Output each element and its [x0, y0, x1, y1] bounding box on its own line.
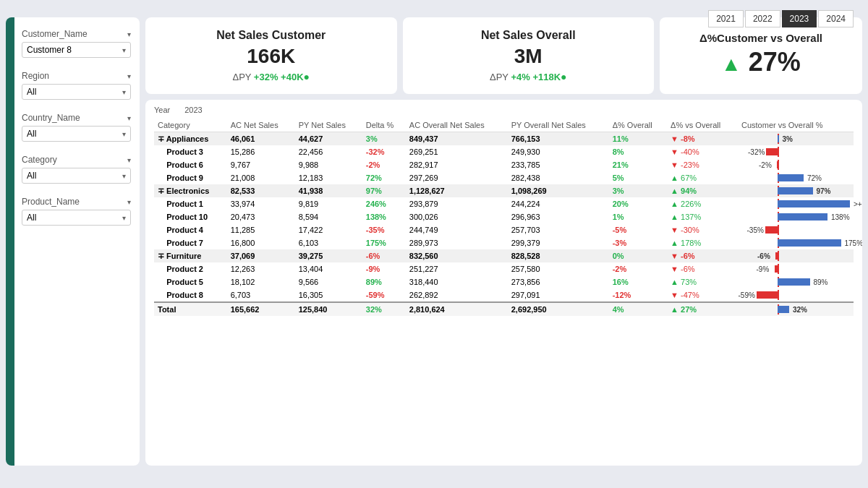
kpi-delta-customer-overall: Δ%Customer vs Overall ▲ 27% — [660, 17, 862, 94]
cell-ac: 16,800 — [227, 236, 295, 249]
triangle-up-icon: ▲ — [721, 53, 741, 75]
cell-name: Product 7 — [154, 236, 227, 249]
year-tab-2021[interactable]: 2021 — [708, 10, 744, 27]
cell-py-overall: 2,692,950 — [508, 302, 609, 316]
cell-py: 22,456 — [295, 145, 362, 158]
cell-name: Product 9 — [154, 171, 227, 184]
cell-py-overall: 766,153 — [508, 132, 609, 146]
cell-name: ∓ Electronics — [154, 184, 227, 197]
sidebar: Customer_Name ▾ Customer 8 ▾ Region ▾ Al… — [6, 17, 140, 466]
cell-py: 17,422 — [295, 223, 362, 236]
cell-ac: 33,974 — [227, 197, 295, 210]
cell-py: 39,275 — [295, 249, 362, 262]
kpi-overall-value: 3M — [417, 45, 640, 68]
cell-delta-overall: 4% — [609, 302, 667, 316]
filter-label-product: Product_Name — [22, 197, 80, 207]
cell-ac-overall: 282,917 — [406, 158, 508, 171]
cell-bar: -6% — [738, 249, 854, 262]
filter-label-category: Category — [22, 155, 57, 165]
table-header-row: Category AC Net Sales PY Net Sales Delta… — [154, 119, 854, 132]
cell-delta-vs: ▼ -47% — [667, 288, 738, 302]
cell-name: Product 2 — [154, 262, 227, 275]
table-row: Product 3 15,286 22,456 -32% 269,251 249… — [154, 145, 854, 158]
cell-name: Total — [154, 302, 227, 316]
table-row: Product 2 12,263 13,404 -9% 251,227 257,… — [154, 262, 854, 275]
filter-select-region[interactable]: All ▾ — [22, 84, 131, 100]
filter-value-category: All — [27, 171, 36, 181]
cell-delta: 72% — [362, 171, 406, 184]
chevron-icon: ▾ — [127, 72, 131, 80]
cell-name: Product 4 — [154, 223, 227, 236]
cell-py-overall: 296,963 — [508, 210, 609, 223]
cell-ac: 20,473 — [227, 210, 295, 223]
cell-delta: -35% — [362, 223, 406, 236]
table-meta: Year 2023 — [154, 106, 854, 114]
cell-ac-overall: 297,269 — [406, 171, 508, 184]
cell-delta-overall: 3% — [609, 184, 667, 197]
kpi-customer-title: Net Sales Customer — [160, 29, 383, 42]
cell-bar: 175% — [738, 236, 854, 249]
main-content: Customer_Name ▾ Customer 8 ▾ Region ▾ Al… — [0, 17, 868, 471]
cell-delta: 3% — [362, 132, 406, 146]
cell-py: 9,988 — [295, 158, 362, 171]
cell-delta-vs: ▲ 226% — [667, 197, 738, 210]
table-row: ∓ Furniture 37,069 39,275 -6% 832,560 82… — [154, 249, 854, 262]
table-row: ∓ Electronics 82,533 41,938 97% 1,128,62… — [154, 184, 854, 197]
cell-py: 16,305 — [295, 288, 362, 302]
cell-delta-vs: ▼ -8% — [667, 132, 738, 146]
cell-ac: 11,285 — [227, 223, 295, 236]
cell-delta: 246% — [362, 197, 406, 210]
col-header-ac-net-sales: AC Net Sales — [227, 119, 295, 132]
cell-ac-overall: 289,973 — [406, 236, 508, 249]
filter-customer-name: Customer_Name ▾ Customer 8 ▾ — [22, 29, 131, 58]
cell-ac-overall: 293,879 — [406, 197, 508, 210]
data-table-container: Year 2023 Category AC Net Sales PY Net S… — [145, 100, 862, 466]
cell-delta: 138% — [362, 210, 406, 223]
cell-py: 44,627 — [295, 132, 362, 146]
chevron-icon: ▾ — [127, 198, 131, 206]
table-row: Product 8 6,703 16,305 -59% 262,892 297,… — [154, 288, 854, 302]
table-year-value: 2023 — [184, 106, 202, 114]
kpi-customer-delta: ΔPY +32% +40K● — [160, 71, 383, 82]
filter-select-country[interactable]: All ▾ — [22, 126, 131, 142]
content-area: Net Sales Customer 166K ΔPY +32% +40K● N… — [145, 17, 868, 471]
dot-icon: ● — [304, 71, 310, 82]
table-row: Total 165,662 125,840 32% 2,810,624 2,69… — [154, 302, 854, 316]
kpi-delta-title: Δ%Customer vs Overall — [674, 32, 848, 44]
cell-name: ∓ Furniture — [154, 249, 227, 262]
filter-select-category[interactable]: All ▾ — [22, 168, 131, 184]
cell-name: Product 5 — [154, 275, 227, 288]
cell-bar: >+200% — [738, 197, 854, 210]
cell-py: 13,404 — [295, 262, 362, 275]
cell-delta-vs: ▼ -30% — [667, 223, 738, 236]
cell-name: Product 3 — [154, 145, 227, 158]
year-tab-2022[interactable]: 2022 — [745, 10, 780, 27]
cell-delta-vs: ▼ -6% — [667, 249, 738, 262]
cell-py-overall: 1,098,269 — [508, 184, 609, 197]
cell-py-overall: 257,703 — [508, 223, 609, 236]
cell-delta: -6% — [362, 249, 406, 262]
cell-delta: 32% — [362, 302, 406, 316]
cell-bar: -9% — [738, 262, 854, 275]
year-tab-2024[interactable]: 2024 — [818, 10, 854, 27]
col-header-delta-overall: Δ% Overall — [609, 119, 667, 132]
filter-select-customer[interactable]: Customer 8 ▾ — [22, 42, 131, 58]
cell-ac-overall: 269,251 — [406, 145, 508, 158]
cell-bar: -32% — [738, 145, 854, 158]
cell-py: 6,103 — [295, 236, 362, 249]
cell-bar: -59% — [738, 288, 854, 302]
cell-ac: 12,263 — [227, 262, 295, 275]
cell-ac: 9,767 — [227, 158, 295, 171]
cell-delta: -59% — [362, 288, 406, 302]
cell-py: 9,566 — [295, 275, 362, 288]
filter-select-product[interactable]: All ▾ — [22, 210, 131, 226]
cell-py-overall: 828,528 — [508, 249, 609, 262]
year-tab-2023[interactable]: 2023 — [782, 10, 817, 27]
table-year-label: Year — [154, 106, 170, 114]
cell-delta-vs: ▼ -6% — [667, 262, 738, 275]
cell-ac: 21,008 — [227, 171, 295, 184]
cell-ac-overall: 832,560 — [406, 249, 508, 262]
col-header-ac-overall: AC Overall Net Sales — [406, 119, 508, 132]
kpi-overall-title: Net Sales Overall — [417, 29, 640, 42]
cell-py: 8,594 — [295, 210, 362, 223]
